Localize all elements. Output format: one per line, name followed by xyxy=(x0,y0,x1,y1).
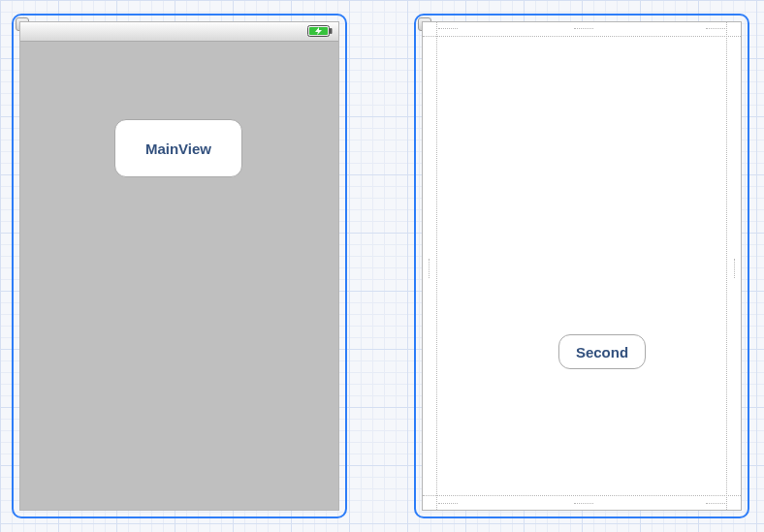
scene-second[interactable]: Second xyxy=(414,14,749,518)
second-button-label: Second xyxy=(576,345,628,360)
scene-second-view[interactable]: Second xyxy=(422,21,742,511)
battery-charging-icon xyxy=(307,25,333,37)
layout-guides xyxy=(423,22,741,510)
second-button[interactable]: Second xyxy=(558,334,646,369)
ib-canvas[interactable]: MainView xyxy=(0,0,764,532)
mainview-button[interactable]: MainView xyxy=(114,119,242,177)
mainview-button-label: MainView xyxy=(145,141,211,156)
main-content-area[interactable]: MainView xyxy=(20,42,338,510)
scene-main-view[interactable]: MainView xyxy=(19,21,339,511)
scene-main[interactable]: MainView xyxy=(12,14,347,518)
status-bar xyxy=(20,22,338,42)
svg-rect-1 xyxy=(330,28,333,34)
